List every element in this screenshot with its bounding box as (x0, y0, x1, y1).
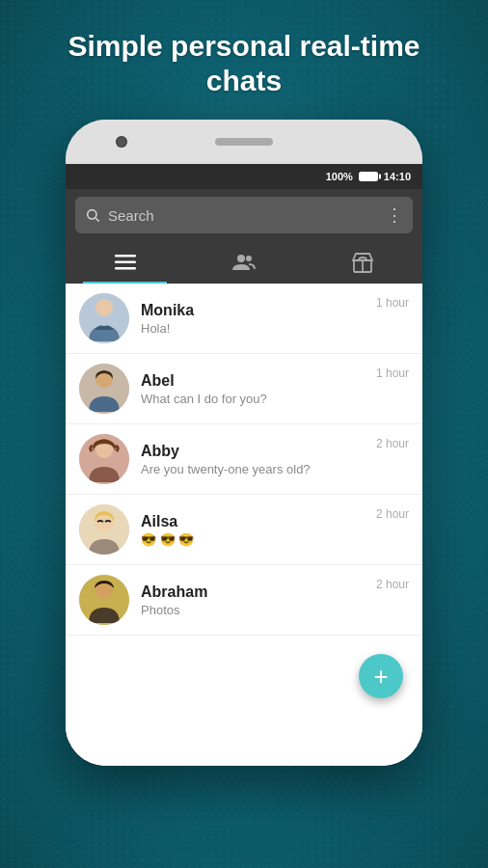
tab-contacts[interactable] (184, 241, 303, 284)
avatar-abel (79, 364, 129, 414)
phone-top-bar (66, 120, 422, 164)
chat-name: Abraham (141, 583, 365, 601)
chat-info-abel: Abel What can I do for you? (141, 372, 365, 406)
battery-percent: 100% (326, 171, 353, 182)
chat-item-ailsa[interactable]: Ailsa 😎 😎 😎 2 hour (66, 495, 422, 565)
svg-line-1 (95, 218, 99, 222)
compose-fab[interactable]: + (359, 654, 403, 698)
avatar-abraham (79, 575, 129, 625)
chat-preview: 😎 😎 😎 (141, 532, 365, 547)
search-bar[interactable]: Search ⋮ (75, 197, 413, 233)
chat-name: Abel (141, 372, 365, 390)
chat-item-abby[interactable]: Abby Are you twenty-one years old? 2 hou… (66, 424, 422, 495)
more-options-icon[interactable]: ⋮ (386, 204, 403, 226)
chat-name: Ailsa (141, 513, 365, 530)
chat-time: 2 hour (376, 504, 409, 521)
tab-chats[interactable] (66, 241, 184, 284)
svg-point-6 (246, 256, 252, 261)
chat-time: 2 hour (376, 575, 409, 591)
chat-item-monika[interactable]: Monika Hola! 1 hour (66, 284, 422, 354)
chat-time: 1 hour (376, 293, 409, 310)
chat-info-ailsa: Ailsa 😎 😎 😎 (141, 513, 365, 547)
svg-point-0 (88, 210, 96, 219)
status-bar: 100% 14:10 (66, 164, 422, 189)
phone-camera (116, 136, 127, 148)
chat-preview: Are you twenty-one years old? (141, 462, 365, 476)
svg-point-5 (237, 255, 245, 262)
chat-time: 1 hour (376, 364, 409, 380)
search-placeholder: Search (108, 207, 378, 224)
app-toolbar: Search ⋮ (66, 189, 422, 241)
phone-speaker (215, 138, 273, 146)
chat-preview: What can I do for you? (141, 392, 365, 406)
avatar-ailsa (79, 504, 129, 555)
chat-list: Monika Hola! 1 hour Abel (66, 284, 422, 766)
headline: Simple personal real-time chats (0, 29, 488, 98)
tab-bar (66, 241, 422, 284)
svg-rect-3 (115, 261, 136, 264)
clock: 14:10 (384, 171, 411, 182)
svg-rect-4 (115, 267, 136, 270)
avatar-abby (79, 434, 129, 484)
chat-name: Abby (141, 443, 365, 460)
chat-item-abel[interactable]: Abel What can I do for you? 1 hour (66, 354, 422, 424)
phone-shell: 100% 14:10 Search ⋮ (66, 120, 422, 766)
svg-point-11 (95, 299, 113, 316)
avatar-monika (79, 293, 129, 343)
chat-item-abraham[interactable]: Abraham Photos 2 hour (66, 565, 422, 636)
chat-preview: Photos (141, 603, 365, 617)
fab-icon: + (373, 662, 388, 692)
chat-time: 2 hour (376, 434, 409, 450)
search-icon (85, 207, 100, 223)
svg-rect-2 (115, 255, 136, 258)
chat-info-abby: Abby Are you twenty-one years old? (141, 443, 365, 476)
tab-store[interactable] (304, 241, 422, 284)
chat-info-monika: Monika Hola! (141, 302, 365, 336)
chat-preview: Hola! (141, 321, 365, 336)
chat-info-abraham: Abraham Photos (141, 583, 365, 617)
chat-name: Monika (141, 302, 365, 319)
phone-screen: 100% 14:10 Search ⋮ (66, 164, 422, 766)
battery-icon (359, 172, 378, 181)
